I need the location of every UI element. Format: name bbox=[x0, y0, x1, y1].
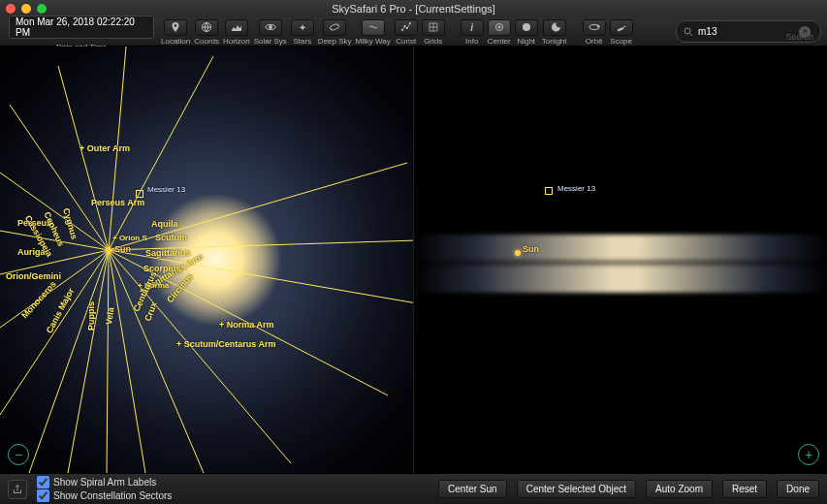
svg-point-5 bbox=[403, 25, 405, 27]
sun-label-edge: Sun bbox=[523, 244, 539, 254]
toolbar: Mon Mar 26, 2018 02:22:20 PM Date and Ti… bbox=[0, 17, 827, 47]
arm-perseus: Perseus Arm bbox=[91, 198, 144, 207]
messier13-marker bbox=[136, 190, 143, 198]
galaxy-face-on-view[interactable]: Sun Messier 13 + Outer Arm Perseus Arm +… bbox=[0, 47, 414, 473]
spiral-arm-checkbox-input[interactable] bbox=[37, 476, 49, 488]
svg-line-18 bbox=[109, 163, 407, 250]
show-constellation-sectors-checkbox[interactable]: Show Constellation Sectors bbox=[37, 489, 172, 502]
svg-point-4 bbox=[401, 29, 403, 31]
svg-point-9 bbox=[498, 26, 500, 28]
auto-zoom-button[interactable]: Auto Zoom bbox=[646, 480, 713, 498]
arm-outer: + Outer Arm bbox=[80, 143, 130, 153]
const-button[interactable] bbox=[395, 19, 418, 36]
galaxy-edge-image bbox=[414, 235, 827, 293]
svg-line-26 bbox=[68, 250, 109, 473]
sect-puppis: Puppis bbox=[86, 301, 96, 331]
sect-aquila: Aquila bbox=[151, 219, 178, 229]
datetime-field[interactable]: Mon Mar 26, 2018 02:22:20 PM bbox=[9, 16, 154, 39]
info-label: Info bbox=[465, 37, 478, 46]
arm-scutum: + Scutum/Centarus Arm bbox=[176, 339, 275, 349]
coords-label: Coords bbox=[194, 37, 219, 46]
milkyway-label: Milky Way bbox=[356, 37, 391, 46]
svg-line-22 bbox=[109, 250, 291, 463]
zoom-in-button[interactable]: + bbox=[798, 444, 819, 465]
solarsys-label: Solar Sys bbox=[254, 37, 287, 46]
horizon-label: Horizon bbox=[223, 37, 250, 46]
messier13-label-edge: Messier 13 bbox=[557, 184, 595, 193]
datetime-value: Mon Mar 26, 2018 02:22:20 PM bbox=[16, 16, 147, 38]
window-title: SkySafari 6 Pro - [CurrentSettings] bbox=[0, 3, 827, 15]
orbit-button[interactable] bbox=[583, 19, 606, 36]
messier13-label: Messier 13 bbox=[147, 185, 185, 194]
arm-orion: + Orion S bbox=[112, 234, 147, 242]
svg-point-12 bbox=[597, 25, 599, 27]
zoom-out-button[interactable]: − bbox=[8, 444, 29, 465]
messier13-marker-edge bbox=[545, 187, 553, 195]
svg-point-10 bbox=[523, 23, 530, 31]
scope-label: Scope bbox=[610, 37, 632, 46]
tonight-label: Tonight bbox=[542, 37, 567, 46]
sect-scutum: Scutum bbox=[155, 233, 187, 242]
stars-label: Stars bbox=[294, 37, 312, 46]
search-icon bbox=[683, 26, 694, 38]
deepsky-button[interactable] bbox=[323, 19, 346, 36]
show-spiral-arm-labels-checkbox[interactable]: Show Spiral Arm Labels bbox=[37, 476, 172, 488]
tonight-button[interactable] bbox=[543, 19, 566, 36]
const-label: Const bbox=[396, 37, 416, 46]
deepsky-label: Deep Sky bbox=[318, 37, 352, 46]
search-placeholder: Search bbox=[785, 32, 813, 42]
sun-marker-edge bbox=[515, 250, 521, 256]
night-label: Night bbox=[517, 37, 535, 46]
done-button[interactable]: Done bbox=[777, 480, 819, 498]
constellation-sectors-checkbox-input[interactable] bbox=[37, 489, 49, 502]
main-panes: Sun Messier 13 + Outer Arm Perseus Arm +… bbox=[0, 47, 827, 473]
horizon-button[interactable] bbox=[225, 19, 248, 36]
constellation-sectors-checkbox-label: Show Constellation Sectors bbox=[53, 490, 172, 501]
svg-point-1 bbox=[269, 26, 271, 29]
info-button[interactable]: i bbox=[461, 19, 484, 36]
grids-label: Grids bbox=[424, 37, 442, 46]
stars-button[interactable]: ✦ bbox=[291, 19, 314, 36]
reset-button[interactable]: Reset bbox=[722, 480, 767, 498]
svg-point-3 bbox=[330, 23, 339, 31]
night-button[interactable] bbox=[515, 19, 538, 36]
orbit-label: Orbit bbox=[586, 37, 602, 46]
scope-button[interactable] bbox=[610, 19, 633, 36]
spiral-arm-checkbox-label: Show Spiral Arm Labels bbox=[53, 477, 156, 488]
arm-norma2: + Norma Arm bbox=[219, 320, 273, 330]
milkyway-button[interactable] bbox=[362, 19, 385, 36]
bottom-bar: Show Spiral Arm Labels Show Constellatio… bbox=[0, 473, 827, 504]
search-input[interactable] bbox=[698, 26, 795, 37]
center-button[interactable] bbox=[488, 19, 511, 36]
svg-point-7 bbox=[409, 22, 411, 24]
sun-marker bbox=[106, 247, 111, 253]
location-label: Location bbox=[161, 37, 190, 46]
share-button[interactable] bbox=[8, 480, 27, 499]
svg-line-25 bbox=[107, 250, 109, 473]
solarsys-button[interactable] bbox=[259, 19, 282, 36]
sect-sagittarius: Sagittarius bbox=[145, 248, 191, 258]
sun-label: Sun bbox=[114, 244, 131, 254]
coords-button[interactable] bbox=[195, 19, 218, 36]
location-button[interactable] bbox=[164, 19, 187, 36]
galaxy-edge-on-view[interactable]: Sun Messier 13 + bbox=[414, 47, 827, 473]
svg-line-27 bbox=[29, 250, 109, 473]
grids-button[interactable] bbox=[422, 19, 445, 36]
center-label: Center bbox=[488, 37, 511, 46]
center-sun-button[interactable]: Center Sun bbox=[438, 480, 507, 498]
center-selected-object-button[interactable]: Center Selected Object bbox=[517, 480, 636, 498]
svg-point-6 bbox=[406, 27, 408, 29]
svg-point-13 bbox=[684, 28, 690, 34]
sector-lines bbox=[0, 47, 413, 473]
sect-oriongemini: Orion/Gemini bbox=[6, 271, 61, 281]
